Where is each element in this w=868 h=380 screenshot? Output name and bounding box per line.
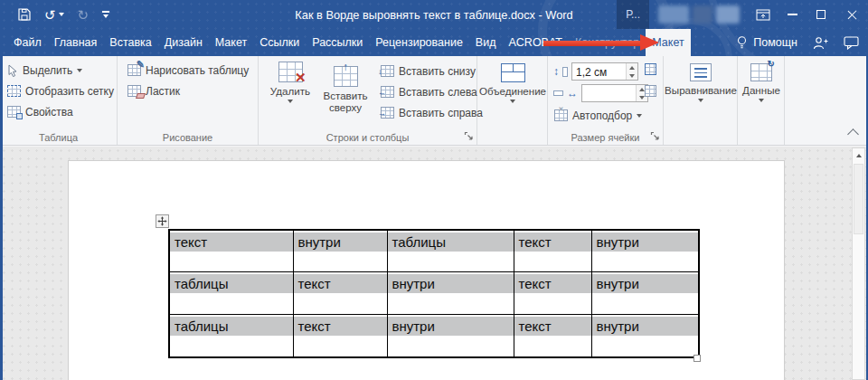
cell-text: текст [514, 317, 591, 336]
save-button[interactable] [18, 8, 31, 21]
tab-view[interactable]: Вид [469, 29, 503, 56]
insert-above-icon: ↑ [334, 66, 358, 87]
window-title: Как в Ворде выровнять текст в таблице.do… [295, 0, 572, 29]
insert-left-button[interactable]: ← Вставить слева [378, 82, 486, 101]
table-resize-handle[interactable] [693, 355, 701, 362]
select-button[interactable]: Выделить [5, 61, 117, 80]
table-move-handle[interactable] [156, 214, 169, 228]
scrollbar-thumb[interactable] [854, 164, 863, 234]
user-account-label[interactable]: Р... [617, 0, 649, 29]
eraser-button[interactable]: Ластик [125, 81, 251, 100]
table-cell[interactable]: внутри [591, 230, 699, 271]
tab-insert[interactable]: Вставка [103, 29, 157, 56]
redacted-user-name [658, 5, 740, 24]
cell-text: текст [170, 233, 293, 252]
table-cell[interactable]: внутри [293, 230, 387, 271]
alignment-button[interactable]: Выравнивание [665, 60, 737, 102]
tab-references[interactable]: Ссылки [253, 29, 306, 56]
insert-below-button[interactable]: ↓ Вставить снизу [378, 62, 486, 81]
titlebar-right: Р... [617, 0, 868, 29]
table-cell[interactable]: текст [514, 271, 591, 314]
tabrow-right: Помощн [736, 29, 859, 56]
autofit-button[interactable]: ✕ Автоподбор [552, 106, 645, 125]
tab-mailings[interactable]: Рассылки [306, 29, 369, 56]
redo-button[interactable]: ↻ [78, 8, 90, 22]
ribbon-display-options-button[interactable] [749, 0, 778, 29]
insert-right-icon: → [381, 107, 394, 119]
chevron-down-icon [288, 100, 293, 103]
cell-text: внутри [294, 233, 387, 252]
lightbulb-icon [736, 35, 748, 50]
table-cell[interactable]: текст [293, 271, 387, 314]
tab-layout[interactable]: Макет [209, 29, 253, 56]
scroll-up-button[interactable] [853, 148, 864, 162]
document-page[interactable]: текст внутри таблицы текст внутри таблиц… [68, 160, 785, 380]
group-data: ↻ Данные [738, 56, 785, 145]
table-cell[interactable]: таблицы [169, 314, 293, 357]
maximize-button[interactable] [807, 0, 835, 29]
customize-qat-button[interactable] [102, 11, 109, 17]
cell-text: внутри [388, 274, 514, 293]
tell-me-button[interactable]: Помощн [736, 35, 797, 50]
table-cell[interactable]: текст [293, 314, 387, 357]
comments-button[interactable] [844, 36, 859, 50]
dialog-launcher-button[interactable] [650, 131, 660, 141]
close-button[interactable] [835, 0, 868, 29]
properties-label: Свойства [25, 106, 73, 119]
distribute-columns-button[interactable] [642, 82, 659, 100]
cell-text: текст [294, 274, 387, 293]
table-cell[interactable]: текст [514, 314, 591, 357]
minimize-button[interactable] [778, 0, 807, 29]
save-icon [18, 8, 31, 21]
share-button[interactable] [813, 36, 828, 50]
column-width-spinner[interactable] [581, 84, 648, 102]
table-cell[interactable]: таблицы [169, 271, 293, 314]
insert-right-button[interactable]: → Вставить справа [378, 103, 486, 122]
cell-text: внутри [592, 317, 699, 336]
row-height-value[interactable]: 1,2 см [572, 63, 626, 80]
data-button[interactable]: ↻ Данные [738, 60, 785, 102]
table-cell[interactable]: внутри [387, 271, 514, 314]
document-area: текст внутри таблицы текст внутри таблиц… [0, 147, 868, 380]
table-row: текст внутри таблицы текст внутри [169, 230, 699, 271]
table-cell[interactable]: таблицы [387, 230, 514, 271]
undo-button[interactable]: ↺ [44, 8, 64, 22]
group-rows-columns-label: Строки и столбцы [259, 132, 476, 143]
tab-home[interactable]: Главная [48, 29, 104, 56]
table-cell[interactable]: внутри [591, 271, 699, 314]
select-cursor-icon [7, 64, 18, 77]
dialog-launcher-button[interactable] [464, 131, 474, 141]
spinner-arrows[interactable] [626, 63, 637, 80]
vertical-scrollbar[interactable] [852, 147, 865, 380]
table-cell[interactable]: текст [169, 230, 293, 271]
merge-button[interactable]: Объединение [479, 60, 546, 103]
insert-above-button[interactable]: ↑ Вставить сверху [316, 58, 374, 114]
properties-button[interactable]: Свойства [5, 102, 117, 121]
autofit-icon: ✕ [554, 109, 568, 121]
table-cell[interactable]: внутри [591, 314, 699, 357]
draw-table-button[interactable]: ✎ Нарисовать таблицу [125, 61, 251, 80]
group-draw: ✎ Нарисовать таблицу Ластик Рисование [118, 56, 259, 145]
share-person-icon [813, 36, 828, 50]
table-cell[interactable]: внутри [387, 314, 514, 357]
annotation-arrow [543, 34, 659, 51]
table-row: таблицы текст внутри текст внутри [169, 271, 699, 314]
chevron-down-icon [59, 13, 64, 16]
row-height-spinner[interactable]: 1,2 см [571, 62, 638, 81]
view-gridlines-button[interactable]: Отобразить сетку [5, 81, 117, 100]
collapse-ribbon-button[interactable] [847, 128, 859, 140]
close-icon [846, 9, 858, 21]
cell-text: внутри [592, 274, 699, 293]
table-cell[interactable]: текст [514, 230, 591, 271]
tab-file[interactable]: Файл [7, 29, 48, 56]
group-draw-label: Рисование [118, 132, 258, 143]
document-table[interactable]: текст внутри таблицы текст внутри таблиц… [168, 229, 700, 358]
delete-button[interactable]: ✕ Удалить [266, 58, 315, 103]
column-width-value[interactable] [582, 85, 636, 101]
distribute-rows-button[interactable] [642, 61, 659, 78]
tab-design[interactable]: Дизайн [158, 29, 209, 56]
distribute-rows-icon [645, 63, 656, 75]
table-properties-icon [7, 106, 21, 118]
tab-review[interactable]: Рецензирование [369, 29, 469, 56]
cell-text: текст [294, 317, 387, 336]
